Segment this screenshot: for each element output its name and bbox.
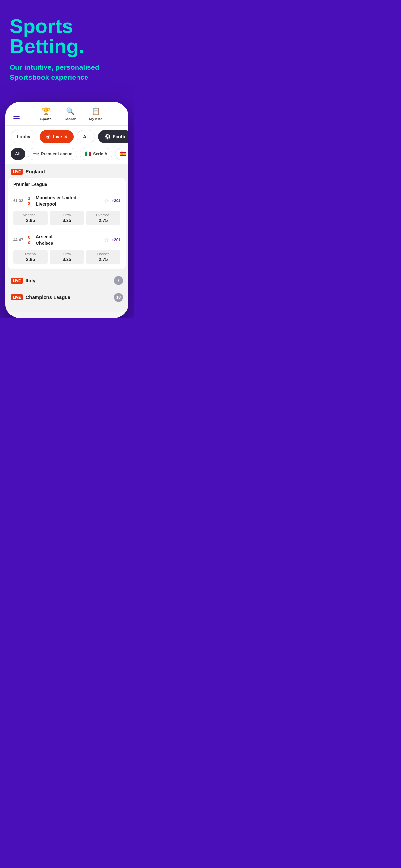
england-live-badge: LIVE [11, 169, 23, 175]
premier-league-label: Premier League [41, 151, 73, 156]
odds-chelsea[interactable]: Chelsea 2.75 [86, 250, 120, 265]
champions-league-section-name: Champions League [26, 294, 70, 300]
mybets-tab-icon: 📋 [91, 107, 100, 116]
odds-man-utd[interactable]: Manche... 2.85 [13, 211, 48, 225]
all-pill-label: All [83, 134, 89, 139]
italy-section-header: LIVE Italy 7 [5, 272, 128, 288]
odds-draw-1[interactable]: Draw 3.25 [50, 211, 84, 225]
hero-subtitle: Our intuitive, personalised Sportsbook e… [10, 63, 124, 83]
football-pill-label: Footb [113, 134, 125, 139]
league-pill-la-liga[interactable]: 🇪🇸 La Liga [115, 148, 128, 160]
odds-arsenal[interactable]: Arsenal 2.85 [13, 250, 48, 265]
england-section-title: LIVE England [11, 169, 45, 175]
odds-label-draw-2: Draw [63, 252, 71, 256]
league-all-label: All [15, 151, 21, 156]
team1-name-1: Manchester United [36, 195, 101, 200]
match-time-1: 61:32 [13, 198, 25, 203]
england-section-name: England [26, 169, 44, 175]
la-liga-flag: 🇪🇸 [120, 151, 126, 157]
league-pill-premier-league[interactable]: 🏴󠁧󠁢󠁥󠁮󠁧󠁿 Premier League [28, 148, 78, 160]
all-pill[interactable]: All [77, 130, 95, 144]
italy-live-badge: LIVE [11, 278, 23, 283]
match-scores-2: 0 0 [28, 235, 33, 245]
odds-label-liverpool: Liverpool [96, 213, 111, 217]
live-pill-label: Live [53, 134, 62, 139]
league-pill-serie-a[interactable]: 🇮🇹 Serie A [80, 148, 112, 160]
match-actions-1: ☆ +201 [104, 197, 120, 205]
tab-sports[interactable]: 🏆 Sports [34, 107, 58, 125]
premier-league-header: Premier League [8, 178, 126, 191]
league-filter-row: All 🏴󠁧󠁢󠁥󠁮󠁧󠁿 Premier League 🇮🇹 Serie A 🇪🇸… [5, 148, 128, 164]
nav-tabs: 🏆 Sports 🔍 Search 📋 My bets [21, 107, 122, 125]
tab-search[interactable]: 🔍 Search [58, 107, 83, 125]
match-row-arsenal-chelsea: 44:47 0 0 Arsenal Chelsea ☆ +201 [8, 230, 126, 247]
match-row-man-utd-liverpool: 61:32 1 2 Manchester United Liverpool ☆ … [8, 191, 126, 208]
serie-a-label: Serie A [93, 151, 107, 156]
football-icon: ⚽ [104, 134, 111, 140]
hero-section: Sports Betting. Our intuitive, personali… [0, 0, 134, 92]
bottom-spacer [5, 305, 128, 312]
filter-pills-row: Lobby Live ✕ All ⚽ Footb [5, 126, 128, 148]
match-teams-1: Manchester United Liverpool [36, 195, 101, 207]
team1-score-1: 1 [28, 196, 33, 200]
sports-tab-label: Sports [40, 117, 52, 121]
champions-league-section-header: LIVE Champions League 18 [5, 288, 128, 305]
match-actions-2: ☆ +201 [104, 237, 120, 244]
odds-value-man-utd: 2.85 [26, 218, 35, 223]
premier-league-flag: 🏴󠁧󠁢󠁥󠁮󠁧󠁿 [33, 151, 39, 157]
match-time-2: 44:47 [13, 238, 25, 242]
champions-league-live-badge: LIVE [11, 294, 23, 300]
mybets-tab-label: My bets [89, 117, 102, 121]
football-pill[interactable]: ⚽ Footb [98, 130, 128, 144]
hero-title: Sports Betting. [10, 16, 124, 56]
odds-value-draw-2: 3.25 [62, 257, 71, 262]
search-tab-label: Search [65, 117, 76, 121]
italy-section-count: 7 [114, 276, 123, 285]
live-pill-close-icon[interactable]: ✕ [64, 134, 67, 139]
odds-value-draw-1: 3.25 [62, 218, 71, 223]
content-area: LIVE England Premier League 61:32 1 2 Ma… [5, 164, 128, 312]
odds-row-1: Manche... 2.85 Draw 3.25 Liverpool 2.75 [8, 208, 126, 230]
lobby-pill-label: Lobby [17, 134, 30, 139]
team2-score-1: 2 [28, 201, 33, 206]
odds-label-arsenal: Arsenal [25, 252, 36, 256]
star-icon-2[interactable]: ☆ [104, 237, 109, 244]
lobby-pill[interactable]: Lobby [11, 130, 36, 144]
league-pill-all[interactable]: All [11, 148, 25, 160]
odds-draw-2[interactable]: Draw 3.25 [50, 250, 84, 265]
champions-league-section-count: 18 [114, 293, 123, 302]
star-icon-1[interactable]: ☆ [104, 197, 109, 205]
team1-score-2: 0 [28, 235, 33, 240]
la-liga-label: La Liga [128, 151, 128, 156]
match-teams-2: Arsenal Chelsea [36, 234, 101, 246]
svg-point-0 [48, 135, 50, 137]
italy-section-name: Italy [26, 278, 35, 283]
serie-a-flag: 🇮🇹 [85, 151, 91, 157]
sports-tab-icon: 🏆 [42, 107, 50, 116]
more-badge-2[interactable]: +201 [112, 238, 120, 242]
more-badge-1[interactable]: +201 [112, 198, 120, 203]
odds-value-liverpool: 2.75 [99, 218, 107, 223]
live-dot-icon [46, 134, 51, 139]
phone-frame: 🏆 Sports 🔍 Search 📋 My bets Lobby [5, 102, 128, 318]
odds-value-arsenal: 2.85 [26, 257, 35, 262]
app-header: 🏆 Sports 🔍 Search 📋 My bets [5, 102, 128, 126]
champions-league-section-title: LIVE Champions League [11, 294, 70, 300]
england-section-header: LIVE England [5, 164, 128, 178]
hamburger-menu-icon[interactable] [12, 113, 21, 120]
tab-mybets[interactable]: 📋 My bets [83, 107, 109, 125]
live-pill[interactable]: Live ✕ [40, 130, 73, 144]
odds-label-draw-1: Draw [63, 213, 71, 217]
team2-name-1: Liverpool [36, 202, 101, 207]
odds-liverpool[interactable]: Liverpool 2.75 [86, 211, 120, 225]
team2-score-2: 0 [28, 240, 33, 245]
match-scores-1: 1 2 [28, 196, 33, 206]
team2-name-2: Chelsea [36, 241, 101, 246]
odds-label-man-utd: Manche... [23, 213, 38, 217]
odds-row-2: Arsenal 2.85 Draw 3.25 Chelsea 2.75 [8, 247, 126, 269]
premier-league-card: Premier League 61:32 1 2 Manchester Unit… [8, 178, 126, 269]
italy-section-title: LIVE Italy [11, 278, 35, 283]
search-tab-icon: 🔍 [66, 107, 74, 116]
odds-label-chelsea: Chelsea [97, 252, 110, 256]
team1-name-2: Arsenal [36, 234, 101, 239]
